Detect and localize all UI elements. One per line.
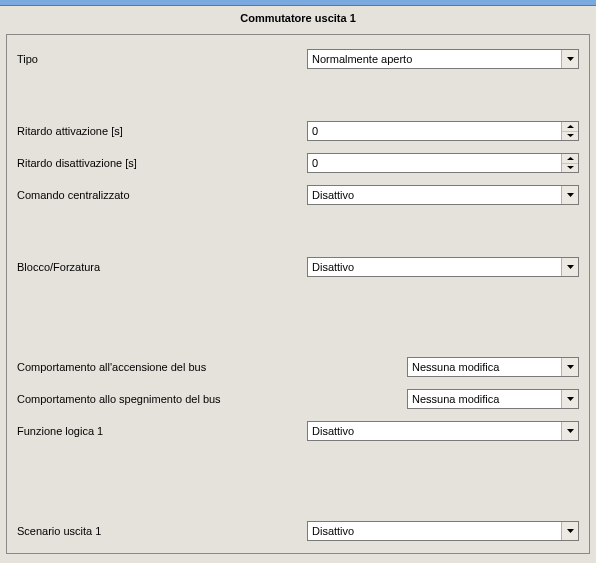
- svg-marker-0: [567, 57, 574, 61]
- spinner-down-icon[interactable]: [562, 132, 578, 141]
- spinner-down-icon[interactable]: [562, 164, 578, 173]
- svg-marker-10: [567, 529, 574, 533]
- chevron-down-icon[interactable]: [561, 186, 578, 204]
- svg-marker-5: [567, 193, 574, 197]
- select-funzione-logica[interactable]: Disattivo: [307, 421, 579, 441]
- svg-marker-1: [567, 125, 574, 128]
- select-tipo-value: Normalmente aperto: [308, 50, 561, 68]
- row-comando-centralizzato: Comando centralizzato Disattivo: [17, 185, 579, 205]
- svg-marker-9: [567, 429, 574, 433]
- chevron-down-icon[interactable]: [561, 522, 578, 540]
- chevron-down-icon[interactable]: [561, 422, 578, 440]
- row-blocco-forzatura: Blocco/Forzatura Disattivo: [17, 257, 579, 277]
- select-bus-on[interactable]: Nessuna modifica: [407, 357, 579, 377]
- select-bus-off[interactable]: Nessuna modifica: [407, 389, 579, 409]
- select-funzione-logica-value: Disattivo: [308, 422, 561, 440]
- label-ritardo-attivazione: Ritardo attivazione [s]: [17, 125, 307, 137]
- label-comando-centralizzato: Comando centralizzato: [17, 189, 307, 201]
- label-bus-on: Comportamento all'accensione del bus: [17, 361, 407, 373]
- chevron-down-icon[interactable]: [561, 390, 578, 408]
- select-comando-centralizzato-value: Disattivo: [308, 186, 561, 204]
- select-bus-on-value: Nessuna modifica: [408, 358, 561, 376]
- spinner-up-icon[interactable]: [562, 122, 578, 132]
- spinner-ritardo-disattivazione-value: 0: [308, 154, 561, 172]
- select-blocco-forzatura[interactable]: Disattivo: [307, 257, 579, 277]
- svg-marker-2: [567, 134, 574, 137]
- row-funzione-logica: Funzione logica 1 Disattivo: [17, 421, 579, 441]
- svg-marker-3: [567, 157, 574, 160]
- row-ritardo-attivazione: Ritardo attivazione [s] 0: [17, 121, 579, 141]
- select-scenario-uscita[interactable]: Disattivo: [307, 521, 579, 541]
- chevron-down-icon[interactable]: [561, 258, 578, 276]
- label-ritardo-disattivazione: Ritardo disattivazione [s]: [17, 157, 307, 169]
- svg-marker-4: [567, 166, 574, 169]
- spinner-ritardo-disattivazione[interactable]: 0: [307, 153, 579, 173]
- page-title: Commutatore uscita 1: [0, 6, 596, 34]
- spinner-ritardo-attivazione[interactable]: 0: [307, 121, 579, 141]
- label-funzione-logica: Funzione logica 1: [17, 425, 307, 437]
- row-bus-off: Comportamento allo spegnimento del bus N…: [17, 389, 579, 409]
- svg-marker-7: [567, 365, 574, 369]
- label-tipo: Tipo: [17, 53, 307, 65]
- row-scenario-uscita: Scenario uscita 1 Disattivo: [17, 521, 579, 541]
- spinner-ritardo-attivazione-value: 0: [308, 122, 561, 140]
- label-scenario-uscita: Scenario uscita 1: [17, 525, 307, 537]
- row-bus-on: Comportamento all'accensione del bus Nes…: [17, 357, 579, 377]
- settings-panel: Tipo Normalmente aperto Ritardo attivazi…: [6, 34, 590, 554]
- select-scenario-uscita-value: Disattivo: [308, 522, 561, 540]
- svg-marker-8: [567, 397, 574, 401]
- label-bus-off: Comportamento allo spegnimento del bus: [17, 393, 407, 405]
- select-blocco-forzatura-value: Disattivo: [308, 258, 561, 276]
- chevron-down-icon[interactable]: [561, 50, 578, 68]
- select-comando-centralizzato[interactable]: Disattivo: [307, 185, 579, 205]
- svg-marker-6: [567, 265, 574, 269]
- row-tipo: Tipo Normalmente aperto: [17, 49, 579, 69]
- row-ritardo-disattivazione: Ritardo disattivazione [s] 0: [17, 153, 579, 173]
- label-blocco-forzatura: Blocco/Forzatura: [17, 261, 307, 273]
- select-tipo[interactable]: Normalmente aperto: [307, 49, 579, 69]
- spinner-up-icon[interactable]: [562, 154, 578, 164]
- chevron-down-icon[interactable]: [561, 358, 578, 376]
- select-bus-off-value: Nessuna modifica: [408, 390, 561, 408]
